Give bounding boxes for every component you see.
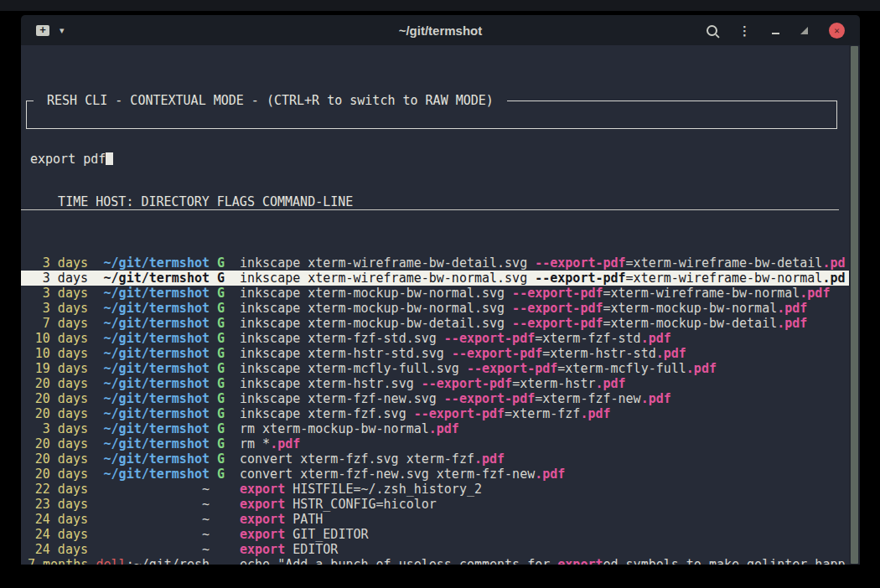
history-row[interactable]: 3 days~/git/termshotGinkscape xterm-wire… (21, 255, 849, 271)
row-command: inkscape xterm-wireframe-bw-normal.svg -… (240, 271, 849, 286)
command-segment: --export-pdf (512, 301, 603, 316)
row-flag: G (217, 331, 225, 346)
history-row[interactable]: 20 days~/git/termshotGinkscape xterm-hst… (21, 376, 849, 391)
directory-segment: ~ (202, 497, 210, 512)
minimize-button[interactable] (772, 33, 779, 34)
row-flag (217, 557, 225, 565)
command-segment: inkscape xterm-wireframe-bw-detail.svg (240, 255, 535, 271)
command-segment: inkscape xterm-mockup-bw-normal.svg (240, 286, 512, 301)
command-segment: --export-pdf (467, 361, 557, 376)
close-button[interactable]: ✕ (829, 23, 845, 39)
row-command: rm xterm-mockup-bw-normal.pdf (240, 421, 849, 436)
row-command: rm *.pdf (240, 436, 849, 451)
history-row[interactable]: 3 days~/git/termshotGinkscape xterm-wire… (21, 271, 849, 286)
command-segment: .pdf (641, 391, 671, 406)
directory-segment: dell (96, 557, 127, 565)
command-segment: .pd (822, 271, 845, 286)
menu-kebab-icon[interactable]: ⋮ (738, 24, 751, 37)
directory-segment: ~ (202, 527, 210, 542)
search-input[interactable]: export pdf (27, 147, 836, 167)
command-segment: .pdf (580, 406, 610, 421)
command-segment: inkscape xterm-hstr-std.svg (240, 346, 452, 361)
history-row[interactable]: 10 days~/git/termshotGinkscape xterm-fzf… (21, 331, 849, 346)
titlebar[interactable]: + ▾ ~/git/termshot ⋮ ✕ (21, 15, 860, 45)
history-row[interactable]: 20 days~/git/termshotGinkscape xterm-fzf… (21, 406, 849, 421)
row-time: 20 days (28, 376, 88, 391)
row-flag (217, 512, 225, 527)
command-segment: convert xterm-fzf.svg xterm-fzf (240, 451, 474, 467)
command-segment: export (557, 557, 603, 565)
command-segment: --export-pdf (414, 406, 505, 421)
scrollbar[interactable] (849, 45, 860, 565)
history-row[interactable]: 20 days~/git/termshotGinkscape xterm-fzf… (21, 391, 849, 406)
directory-segment: ~/git/termshot (104, 421, 210, 436)
row-directory: ~ (96, 527, 210, 542)
command-segment: --export-pdf (535, 271, 625, 286)
command-segment: rm * (240, 436, 270, 451)
history-row[interactable]: 24 days~export GIT_EDITOR (21, 527, 849, 542)
history-row[interactable]: 3 days~/git/termshotGinkscape xterm-mock… (21, 286, 849, 301)
directory-segment: ~/git/termshot (104, 271, 210, 286)
row-time: 24 days (28, 527, 88, 542)
history-row[interactable]: 20 days~/git/termshotGrm *.pdf (21, 436, 849, 451)
history-rows: 3 days~/git/termshotGinkscape xterm-wire… (21, 255, 849, 565)
row-flag (217, 482, 225, 497)
row-command: inkscape xterm-mockup-bw-normal.svg --ex… (240, 286, 849, 301)
row-flag: G (217, 421, 225, 436)
row-directory: ~/git/termshot (96, 421, 210, 436)
row-command: export GIT_EDITOR (240, 527, 849, 542)
directory-segment: ~/git/termshot (104, 286, 210, 301)
terminal-window: + ▾ ~/git/termshot ⋮ ✕ RESH CLI - CONTEX… (21, 15, 860, 565)
row-command: inkscape xterm-fzf.svg --export-pdf=xter… (240, 406, 849, 421)
search-icon[interactable] (707, 25, 717, 36)
row-command: export HSTR_CONFIG=hicolor (240, 497, 849, 512)
directory-segment: ~/git/termshot (104, 406, 210, 421)
command-segment: --export-pdf (535, 255, 625, 271)
restore-button[interactable] (800, 27, 808, 34)
history-row[interactable]: 20 days~/git/termshotGconvert xterm-fzf.… (21, 451, 849, 467)
command-segment: HISTFILE=~/.zsh_history_2 (285, 482, 482, 497)
row-time: 3 days (28, 255, 88, 271)
command-segment: =xterm-mcfly-full (557, 361, 686, 376)
row-command: export PATH (240, 512, 849, 527)
row-time: 20 days (28, 436, 88, 451)
row-directory: ~/git/termshot (96, 271, 210, 286)
command-segment: .pdf (595, 376, 625, 391)
history-row[interactable]: 10 days~/git/termshotGinkscape xterm-hst… (21, 346, 849, 361)
history-row[interactable]: 7 days~/git/termshotGinkscape xterm-mock… (21, 316, 849, 331)
command-segment: inkscape xterm-hstr.svg (240, 376, 422, 391)
history-row[interactable]: 23 days~export HSTR_CONFIG=hicolor (21, 497, 849, 512)
history-row[interactable]: 24 days~export EDITOR (21, 542, 849, 557)
search-query-text: export pdf (30, 152, 106, 167)
row-directory: dell:~/git/resh (96, 557, 210, 565)
row-directory: ~/git/termshot (96, 391, 210, 406)
row-time: 3 days (28, 271, 88, 286)
command-segment: --export-pdf (444, 391, 535, 406)
row-directory: ~/git/termshot (96, 467, 210, 482)
row-directory: ~/git/termshot (96, 376, 210, 391)
command-segment: .pdf (656, 346, 686, 361)
command-segment: --export-pdf (422, 376, 512, 391)
history-row[interactable]: 3 days~/git/termshotGinkscape xterm-mock… (21, 301, 849, 316)
scrollbar-thumb[interactable] (851, 46, 858, 564)
history-row[interactable]: 24 days~export PATH (21, 512, 849, 527)
directory-segment: ~/git/termshot (104, 331, 210, 346)
history-row[interactable]: 20 days~/git/termshotGconvert xterm-fzf-… (21, 467, 849, 482)
history-row[interactable]: 19 days~/git/termshotGinkscape xterm-mcf… (21, 361, 849, 376)
row-time: 10 days (28, 346, 88, 361)
directory-segment: ~/git/termshot (104, 346, 210, 361)
history-table-header: TIME HOST: DIRECTORY FLAGS COMMAND-LINE (21, 195, 839, 210)
command-segment: =xterm-mockup-bw-normal (603, 301, 777, 316)
titlebar-right-group: ⋮ ✕ (707, 23, 860, 39)
command-segment: inkscape xterm-fzf-new.svg (240, 391, 444, 406)
row-flag: G (217, 255, 225, 271)
command-segment: .pdf (270, 436, 300, 451)
row-command: export HISTFILE=~/.zsh_history_2 (240, 482, 849, 497)
directory-segment: ~ (202, 482, 210, 497)
history-row[interactable]: 7 monthsdell:~/git/reshecho "Add a bunch… (21, 557, 849, 565)
history-row[interactable]: 22 days~export HISTFILE=~/.zsh_history_2 (21, 482, 849, 497)
row-time: 3 days (28, 421, 88, 436)
row-time: 20 days (28, 467, 88, 482)
command-segment: .pdf (474, 451, 505, 467)
history-row[interactable]: 3 days~/git/termshotGrm xterm-mockup-bw-… (21, 421, 849, 436)
